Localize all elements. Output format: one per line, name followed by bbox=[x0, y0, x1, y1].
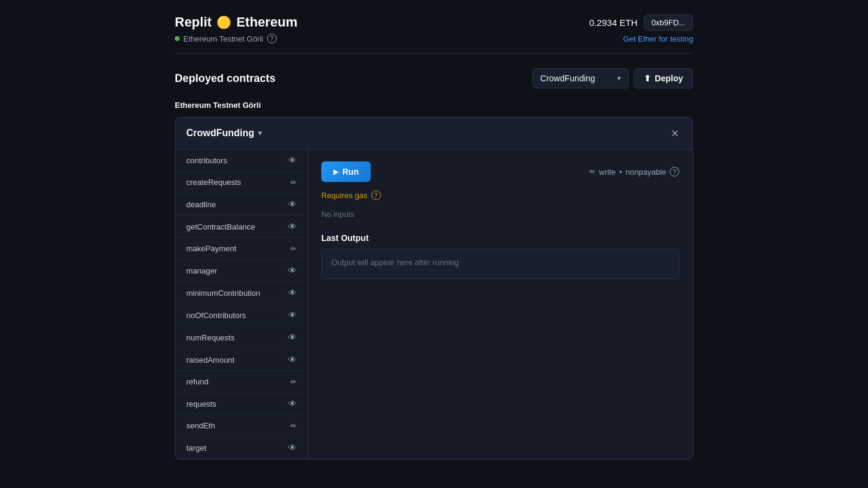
nonpayable-label: nonpayable bbox=[626, 167, 666, 177]
function-item-requests[interactable]: requests 👁 bbox=[175, 393, 307, 415]
section-title: Deployed contracts bbox=[175, 72, 275, 85]
contract-name-toggle[interactable]: CrowdFunding ▾ bbox=[186, 128, 262, 139]
eye-icon-numRequests: 👁 bbox=[288, 333, 297, 342]
wallet-address-button[interactable]: 0xb9FD... bbox=[644, 14, 693, 31]
function-item-target[interactable]: target 👁 bbox=[175, 437, 307, 459]
function-item-minimumContribution[interactable]: minimumContribution 👁 bbox=[175, 282, 307, 304]
header-left: Replit 🟡 Ethereum Ethereum Testnet Görli… bbox=[175, 14, 298, 43]
network-status-dot bbox=[175, 36, 180, 41]
header-divider bbox=[175, 53, 693, 54]
no-inputs-label: No inputs bbox=[321, 210, 679, 219]
contract-card-header: CrowdFunding ▾ ✕ bbox=[175, 117, 693, 149]
section-header: Deployed contracts CrowdFunding ▾ ⬆ Depl… bbox=[175, 68, 693, 89]
function-detail-panel: ▶ Run ✏ write • nonpayable ? Requires ga… bbox=[308, 149, 693, 459]
function-item-contributors[interactable]: contributors 👁 bbox=[175, 149, 307, 172]
function-item-raisedAmount[interactable]: raisedAmount 👁 bbox=[175, 349, 307, 371]
edit-icon-sendEth: ✏ bbox=[291, 422, 297, 430]
emoji-icon: 🟡 bbox=[216, 15, 231, 30]
play-icon: ▶ bbox=[333, 168, 338, 176]
network-help-icon[interactable]: ? bbox=[267, 34, 277, 43]
requires-gas-label: Requires gas bbox=[321, 191, 368, 200]
eye-icon-manager: 👁 bbox=[288, 266, 297, 275]
eye-icon-noOfContributors: 👁 bbox=[288, 310, 297, 320]
function-item-manager[interactable]: manager 👁 bbox=[175, 260, 307, 282]
eye-icon-contributors: 👁 bbox=[288, 155, 297, 165]
contract-close-button[interactable]: ✕ bbox=[667, 126, 682, 140]
deploy-controls: CrowdFunding ▾ ⬆ Deploy bbox=[532, 68, 693, 89]
function-list: contributors 👁 createRequests ✏ deadline… bbox=[175, 149, 308, 459]
edit-icon-createRequests: ✏ bbox=[291, 178, 297, 187]
deploy-button[interactable]: ⬆ Deploy bbox=[634, 68, 693, 89]
function-name-noOfContributors: noOfContributors bbox=[186, 311, 246, 320]
function-name-createRequests: createRequests bbox=[186, 178, 241, 187]
chevron-down-icon: ▾ bbox=[617, 74, 621, 83]
write-edit-icon: ✏ bbox=[590, 167, 596, 176]
function-item-deadline[interactable]: deadline 👁 bbox=[175, 193, 307, 216]
function-name-raisedAmount: raisedAmount bbox=[186, 355, 234, 364]
function-name-requests: requests bbox=[186, 399, 216, 408]
function-name-getContractBalance: getContractBalance bbox=[186, 222, 255, 231]
eth-balance: 0.2934 ETH bbox=[590, 17, 638, 28]
eye-icon-getContractBalance: 👁 bbox=[288, 222, 297, 231]
output-placeholder: Output will appear here after running bbox=[332, 258, 459, 267]
upload-icon: ⬆ bbox=[644, 74, 651, 83]
ethereum-label: Ethereum bbox=[236, 14, 297, 30]
function-item-makePayment[interactable]: makePayment ✏ bbox=[175, 238, 307, 260]
function-item-getContractBalance[interactable]: getContractBalance 👁 bbox=[175, 216, 307, 238]
deploy-button-label: Deploy bbox=[655, 74, 683, 83]
function-name-makePayment: makePayment bbox=[186, 244, 236, 253]
edit-icon-refund: ✏ bbox=[291, 378, 297, 386]
requires-gas-row: Requires gas ? bbox=[321, 190, 679, 200]
contract-body: contributors 👁 createRequests ✏ deadline… bbox=[175, 149, 693, 459]
function-name-deadline: deadline bbox=[186, 200, 216, 209]
edit-icon-makePayment: ✏ bbox=[291, 245, 297, 253]
function-name-manager: manager bbox=[186, 266, 217, 275]
get-ether-link[interactable]: Get Ether for testing bbox=[623, 34, 693, 43]
function-item-numRequests[interactable]: numRequests 👁 bbox=[175, 327, 307, 349]
function-name-sendEth: sendEth bbox=[186, 421, 215, 430]
output-box: Output will appear here after running bbox=[321, 249, 679, 279]
run-row: ▶ Run ✏ write • nonpayable ? bbox=[321, 161, 679, 182]
function-item-noOfContributors[interactable]: noOfContributors 👁 bbox=[175, 304, 307, 327]
app-title: Replit 🟡 Ethereum bbox=[175, 14, 298, 30]
contract-selector[interactable]: CrowdFunding ▾ bbox=[532, 68, 629, 89]
header: Replit 🟡 Ethereum Ethereum Testnet Görli… bbox=[175, 14, 693, 43]
last-output-label: Last Output bbox=[321, 233, 679, 243]
function-name-target: target bbox=[186, 443, 206, 452]
gas-help-icon[interactable]: ? bbox=[371, 190, 381, 200]
function-item-refund[interactable]: refund ✏ bbox=[175, 371, 307, 393]
contract-expand-icon: ▾ bbox=[258, 129, 262, 137]
network-badge: Ethereum Testnet Görli ? bbox=[175, 34, 298, 43]
dot-separator: • bbox=[619, 167, 622, 177]
write-badge: ✏ write • nonpayable ? bbox=[590, 167, 679, 177]
contract-name-label: CrowdFunding bbox=[186, 128, 254, 139]
network-section-label: Ethereum Testnet Görli bbox=[175, 101, 693, 110]
function-name-numRequests: numRequests bbox=[186, 333, 234, 342]
eye-icon-requests: 👁 bbox=[288, 399, 297, 408]
function-name-refund: refund bbox=[186, 377, 209, 386]
eye-icon-raisedAmount: 👁 bbox=[288, 355, 297, 364]
function-name-minimumContribution: minimumContribution bbox=[186, 289, 260, 298]
nonpayable-help-icon[interactable]: ? bbox=[670, 167, 679, 177]
eye-icon-deadline: 👁 bbox=[288, 199, 297, 209]
run-button[interactable]: ▶ Run bbox=[321, 161, 371, 182]
function-item-sendEth[interactable]: sendEth ✏ bbox=[175, 415, 307, 437]
eye-icon-minimumContribution: 👁 bbox=[288, 288, 297, 298]
function-item-createRequests[interactable]: createRequests ✏ bbox=[175, 172, 307, 193]
run-button-label: Run bbox=[342, 167, 359, 177]
eye-icon-target: 👁 bbox=[288, 443, 297, 452]
function-name-contributors: contributors bbox=[186, 156, 227, 165]
header-right: 0.2934 ETH 0xb9FD... Get Ether for testi… bbox=[590, 14, 693, 43]
contract-select-text: CrowdFunding bbox=[540, 74, 612, 83]
wallet-row: 0.2934 ETH 0xb9FD... bbox=[590, 14, 693, 31]
network-name: Ethereum Testnet Görli bbox=[183, 34, 263, 43]
contract-card: CrowdFunding ▾ ✕ contributors 👁 createRe… bbox=[175, 117, 693, 460]
replit-label: Replit bbox=[175, 14, 212, 30]
write-label: write bbox=[599, 167, 615, 177]
